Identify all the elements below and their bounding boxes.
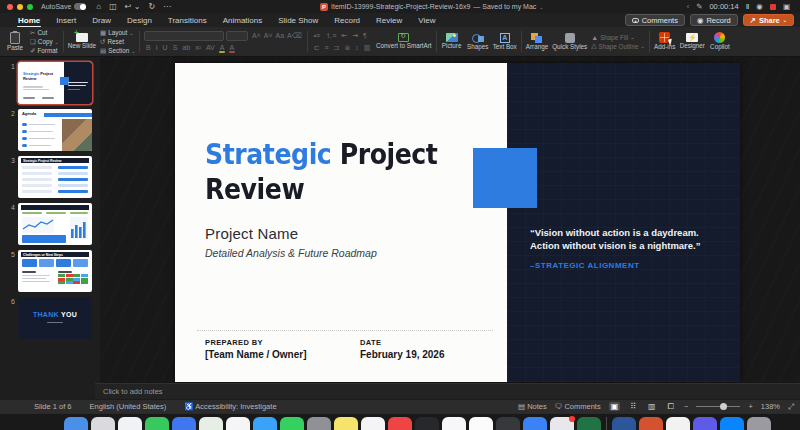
tab-insert[interactable]: Insert <box>48 13 84 27</box>
slide-title[interactable]: Strategic Project Review <box>205 137 475 208</box>
dock-powerpoint[interactable] <box>639 417 663 430</box>
autosave-toggle[interactable]: AutoSave <box>41 3 86 10</box>
language-indicator[interactable]: English (United States) <box>90 402 167 411</box>
tab-transitions[interactable]: Transitions <box>160 13 215 27</box>
copilot-button[interactable]: Copilot <box>707 28 733 55</box>
pip-icon[interactable]: ▣ <box>783 2 790 11</box>
notes-toggle[interactable]: ▤ Notes <box>518 402 547 411</box>
slide-6-thumbnail[interactable]: THANK YOU <box>18 297 92 339</box>
dock-divider[interactable] <box>606 417 607 430</box>
slide-3-thumbnail[interactable]: Strategic Project Review <box>18 156 92 198</box>
format-painter-button[interactable]: ✐Format <box>30 47 59 55</box>
dock-chrome[interactable] <box>469 417 493 430</box>
slide-2-thumbnail[interactable]: Agenda <box>18 109 92 151</box>
copy-button[interactable]: ❏Copy⌄ <box>30 38 59 46</box>
cut-button[interactable]: ✂Cut <box>30 29 59 37</box>
zoom-slider-knob[interactable] <box>720 403 727 410</box>
dock-app-purple[interactable] <box>693 417 717 430</box>
chevron-down-icon[interactable]: ⌄ <box>539 4 543 10</box>
tab-animations[interactable]: Animations <box>215 13 271 27</box>
pause-icon[interactable]: Ⅱ <box>746 2 750 11</box>
zoom-slider[interactable] <box>696 406 740 407</box>
comments-toggle[interactable]: 🗨 Comments <box>555 402 601 411</box>
dock-safari[interactable] <box>118 417 142 430</box>
home-icon[interactable]: ⌂ <box>96 2 101 11</box>
back-icon[interactable]: ‹ <box>687 2 690 11</box>
slideshow-view-button[interactable]: ⧠ <box>666 402 676 412</box>
dock-app-store[interactable] <box>172 417 196 430</box>
dock-word[interactable] <box>612 417 636 430</box>
pen-icon[interactable]: ✎ <box>696 2 702 11</box>
picture-button[interactable]: Picture <box>439 28 465 55</box>
dock-app-badge[interactable] <box>550 417 574 430</box>
dock-photos[interactable] <box>226 417 250 430</box>
tab-view[interactable]: View <box>410 13 443 27</box>
redo-icon[interactable]: ↻ <box>148 2 155 11</box>
slide-5-thumbnail[interactable]: Challenges or Next Steps <box>18 250 92 292</box>
more-commands-icon[interactable]: ⋯ <box>163 2 171 11</box>
dock-reminders[interactable] <box>442 417 466 430</box>
reading-view-button[interactable]: ▥ <box>646 402 658 411</box>
paste-button[interactable]: Paste <box>2 28 28 55</box>
dock-mail[interactable] <box>253 417 277 430</box>
section-button[interactable]: ▤Section⌄ <box>100 47 135 55</box>
dock-keynote[interactable] <box>666 417 690 430</box>
project-name-text[interactable]: Project Name <box>205 225 298 242</box>
quote-text[interactable]: “Vision without action is a daydream. Ac… <box>530 226 722 253</box>
dock-excel[interactable] <box>577 417 601 430</box>
slide-canvas[interactable]: Strategic Project Review Project Name De… <box>175 63 740 382</box>
slide-sorter-view-button[interactable]: ⠿ <box>628 402 638 411</box>
new-slide-button[interactable]: New Slide <box>66 28 98 55</box>
close-button[interactable] <box>7 4 13 10</box>
text-box-button[interactable]: A Text Box <box>491 28 519 55</box>
zoom-in-icon[interactable]: + <box>748 402 752 411</box>
dock-music[interactable] <box>388 417 412 430</box>
normal-view-button[interactable]: ▣ <box>609 402 621 411</box>
slide-indicator[interactable]: Slide 1 of 6 <box>34 402 72 411</box>
fullscreen-button[interactable] <box>27 4 33 10</box>
dock-app-blue[interactable] <box>720 417 744 430</box>
save-icon[interactable]: ◫ <box>109 2 117 11</box>
designer-button[interactable]: ⚡ Designer <box>678 28 707 55</box>
comments-button[interactable]: Comments <box>625 14 685 26</box>
record-button[interactable]: ◉ Record <box>690 14 738 26</box>
dock-xcode[interactable] <box>523 417 547 430</box>
dock-calendar[interactable] <box>361 417 385 430</box>
minimize-button[interactable] <box>17 4 23 10</box>
dock-messages[interactable] <box>280 417 304 430</box>
tab-home[interactable]: Home <box>10 13 48 27</box>
dock-clock[interactable] <box>415 417 439 430</box>
dock-terminal[interactable] <box>496 417 520 430</box>
dock-finder[interactable] <box>64 417 88 430</box>
tab-record[interactable]: Record <box>326 13 368 27</box>
convert-smartart-button[interactable]: Convert to SmartArt <box>374 28 434 55</box>
tab-review[interactable]: Review <box>368 13 410 27</box>
undo-icon[interactable]: ↩ ⌄ <box>125 2 141 11</box>
dock-settings[interactable] <box>307 417 331 430</box>
tab-slide-show[interactable]: Slide Show <box>270 13 326 27</box>
date-block[interactable]: DATE February 19, 2026 <box>360 338 445 360</box>
add-ins-button[interactable]: Add-ins <box>652 28 678 55</box>
camera-icon[interactable]: ◉ <box>756 2 763 11</box>
quick-styles-button[interactable]: Quick Styles <box>550 28 589 55</box>
zoom-out-icon[interactable]: − <box>684 402 688 411</box>
reset-button[interactable]: ↺Reset <box>100 38 135 46</box>
stop-recording-icon[interactable] <box>770 4 776 10</box>
dock-trash[interactable] <box>747 417 771 430</box>
tab-draw[interactable]: Draw <box>84 13 119 27</box>
fit-slide-icon[interactable]: ⤢ <box>788 402 794 412</box>
slide-subtitle[interactable]: Detailed Analysis & Future Roadmap <box>205 247 377 259</box>
accessibility-status[interactable]: ♿ Accessibility: Investigate <box>184 402 276 411</box>
slide-4-thumbnail[interactable] <box>18 203 92 245</box>
layout-button[interactable]: ▦Layout⌄ <box>100 29 135 37</box>
dock-facetime[interactable] <box>145 417 169 430</box>
zoom-level[interactable]: 138% <box>761 402 780 411</box>
tab-design[interactable]: Design <box>119 13 160 27</box>
notes-pane[interactable]: Click to add notes <box>95 383 800 399</box>
shapes-button[interactable]: Shapes <box>465 28 491 55</box>
prepared-by-block[interactable]: PREPARED BY [Team Name / Owner] <box>205 338 307 360</box>
arrange-button[interactable]: Arrange <box>524 28 550 55</box>
dock-maps[interactable] <box>199 417 223 430</box>
share-button[interactable]: ↗ Share ⌄ <box>743 14 794 26</box>
slide-1-thumbnail[interactable]: Strategic Project Review <box>18 62 92 104</box>
